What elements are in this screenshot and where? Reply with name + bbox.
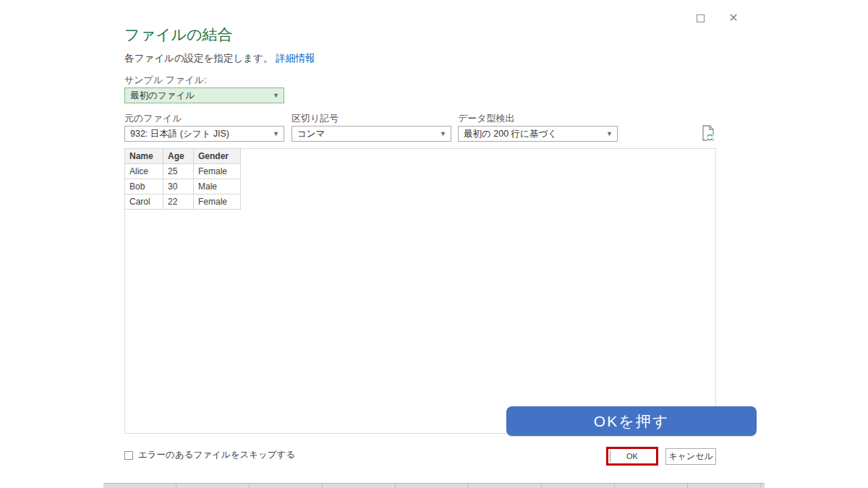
tooltip-text: OKを押す bbox=[594, 411, 669, 432]
worksheet-strip bbox=[103, 483, 765, 488]
preview-table: Name Age Gender Alice 25 Female Bob 30 M… bbox=[124, 148, 241, 210]
sample-file-value: 最初のファイル bbox=[130, 90, 195, 102]
cell-age: 22 bbox=[163, 194, 194, 210]
cell-gender: Female bbox=[194, 194, 241, 210]
ok-button[interactable]: OK bbox=[606, 447, 658, 466]
delimiter-value: コンマ bbox=[297, 128, 325, 140]
chevron-down-icon: ▼ bbox=[440, 130, 446, 137]
cancel-button[interactable]: キャンセル bbox=[665, 448, 716, 465]
column-header-gender[interactable]: Gender bbox=[194, 149, 241, 164]
sample-file-dropdown[interactable]: 最初のファイル ▼ bbox=[124, 87, 284, 103]
table-header-row: Name Age Gender bbox=[125, 149, 241, 164]
maximize-icon bbox=[697, 14, 705, 22]
cell-gender: Male bbox=[194, 179, 241, 194]
sample-file-label: サンプル ファイル: bbox=[124, 74, 207, 87]
cell-gender: Female bbox=[194, 164, 241, 179]
cancel-button-label: キャンセル bbox=[668, 450, 712, 463]
source-file-dropdown[interactable]: 932: 日本語 (シフト JIS) ▼ bbox=[124, 126, 284, 142]
chevron-down-icon: ▼ bbox=[273, 130, 279, 137]
cell-name: Carol bbox=[125, 194, 163, 210]
learn-more-link[interactable]: 詳細情報 bbox=[276, 53, 315, 64]
skip-errors-label: エラーのあるファイルをスキップする bbox=[138, 449, 295, 461]
window-controls: ✕ bbox=[691, 10, 743, 26]
skip-errors-row: エラーのあるファイルをスキップする bbox=[124, 449, 295, 461]
source-file-label: 元のファイル bbox=[124, 112, 182, 125]
chevron-down-icon: ▼ bbox=[606, 130, 613, 137]
table-row: Alice 25 Female bbox=[125, 164, 241, 179]
page-title: ファイルの結合 bbox=[124, 25, 232, 45]
type-detection-label: データ型検出 bbox=[458, 112, 515, 125]
column-header-age[interactable]: Age bbox=[163, 149, 194, 164]
preview-pane: Name Age Gender Alice 25 Female Bob 30 M… bbox=[124, 148, 716, 434]
type-detection-dropdown[interactable]: 最初の 200 行に基づく ▼ bbox=[458, 126, 618, 142]
chevron-down-icon: ▼ bbox=[273, 92, 279, 99]
table-row: Bob 30 Male bbox=[125, 179, 241, 194]
cell-age: 30 bbox=[163, 179, 194, 194]
ok-button-edge bbox=[610, 450, 610, 462]
cell-name: Alice bbox=[125, 164, 163, 179]
instruction-tooltip: OKを押す bbox=[506, 406, 757, 436]
delimiter-label: 区切り記号 bbox=[292, 112, 339, 125]
combine-files-dialog: ✕ ファイルの結合 各ファイルの設定を指定します。 詳細情報 サンプル ファイル… bbox=[0, 0, 868, 488]
column-header-name[interactable]: Name bbox=[125, 149, 163, 164]
close-icon: ✕ bbox=[728, 12, 738, 24]
source-file-value: 932: 日本語 (シフト JIS) bbox=[130, 128, 229, 140]
delimiter-dropdown[interactable]: コンマ ▼ bbox=[292, 126, 451, 142]
cell-name: Bob bbox=[125, 179, 163, 194]
table-row: Carol 22 Female bbox=[125, 194, 241, 210]
close-button[interactable]: ✕ bbox=[724, 10, 743, 26]
dialog-subtitle: 各ファイルの設定を指定します。 詳細情報 bbox=[124, 52, 315, 65]
subtitle-text: 各ファイルの設定を指定します。 bbox=[124, 53, 273, 64]
type-detection-value: 最初の 200 行に基づく bbox=[464, 128, 557, 140]
skip-errors-checkbox[interactable] bbox=[124, 451, 133, 460]
ok-button-label: OK bbox=[626, 452, 638, 461]
file-refresh-icon[interactable] bbox=[700, 124, 716, 143]
cell-age: 25 bbox=[163, 164, 194, 179]
maximize-button[interactable] bbox=[691, 10, 710, 26]
